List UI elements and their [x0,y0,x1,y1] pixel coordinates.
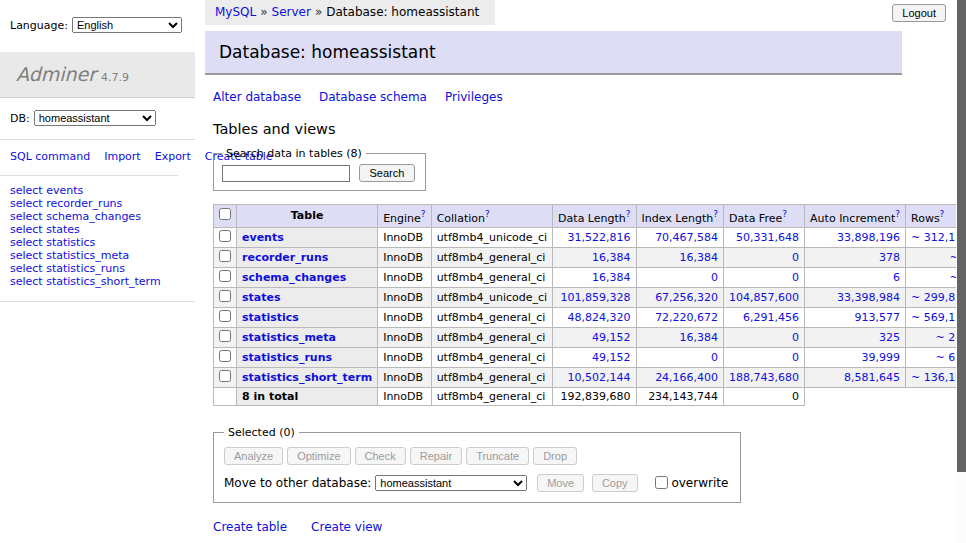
column-help-link[interactable]: ? [895,209,900,219]
data-length-link[interactable]: 48,824,320 [568,311,631,324]
index-length-link[interactable]: 0 [711,271,718,284]
select-all-cell [214,205,237,228]
index-length-link[interactable]: 72,220,672 [655,311,718,324]
row-checkbox[interactable] [219,350,231,362]
data-free-link[interactable]: 0 [792,331,799,344]
row-checkbox[interactable] [219,250,231,262]
data-length-link[interactable]: 10,502,144 [568,371,631,384]
row-checkbox[interactable] [219,270,231,282]
sidebar-op-link[interactable]: SQL command [10,150,90,163]
selected-action-button[interactable]: Repair [410,447,462,465]
select-all-checkbox[interactable] [219,208,231,220]
data-length-link[interactable]: 31,522,816 [568,231,631,244]
table-name-link[interactable]: statistics [242,311,299,324]
row-checkbox[interactable] [219,310,231,322]
auto-increment-link[interactable]: 39,999 [862,351,901,364]
selected-legend: Selected (0) [224,426,299,439]
db-action-link[interactable]: Privileges [445,90,503,104]
table-name-link[interactable]: schema_changes [242,271,346,284]
adminer-home-link[interactable]: Adminer [16,63,96,85]
auto-increment-link[interactable]: 33,898,196 [837,231,900,244]
data-length-link[interactable]: 49,152 [592,331,631,344]
auto-increment-link[interactable]: 913,577 [855,311,901,324]
move-database-select[interactable]: homeassistant [375,475,527,491]
data-length-link[interactable]: 101,859,328 [561,291,631,304]
total-data-length: 192,839,680 [553,387,636,405]
table-select-link[interactable]: select schema_changes [10,211,185,224]
column-help-link[interactable]: ? [782,209,787,219]
auto-increment-link[interactable]: 325 [879,331,900,344]
table-select-link[interactable]: select events [10,185,185,198]
search-input[interactable] [222,165,350,182]
copy-button[interactable]: Copy [592,474,638,492]
page-title: Database: homeassistant [205,31,902,75]
data-free-link[interactable]: 0 [792,271,799,284]
column-help-link[interactable]: ? [626,209,631,219]
language-select[interactable]: English [72,17,182,33]
data-free-link[interactable]: 0 [792,251,799,264]
auto-increment-link[interactable]: 378 [879,251,900,264]
selected-action-button[interactable]: Check [355,447,406,465]
page: Language:English Adminer4.7.9 DB:homeass… [0,0,966,543]
row-checkbox[interactable] [219,290,231,302]
selected-action-button[interactable]: Truncate [466,447,529,465]
table-select-link[interactable]: select statistics_short_term [10,276,185,289]
breadcrumb-current: Database: homeassistant [326,5,479,19]
selected-fieldset: Selected (0) AnalyzeOptimizeCheckRepairT… [213,426,741,503]
data-length-link[interactable]: 16,384 [592,251,631,264]
scrollbar-track[interactable] [956,0,966,543]
data-length-link[interactable]: 16,384 [592,271,631,284]
db-action-link[interactable]: Database schema [319,90,427,104]
move-button[interactable]: Move [537,474,584,492]
create-link[interactable]: Create table [213,520,287,534]
table-name-link[interactable]: statistics_runs [242,351,332,364]
overwrite-checkbox[interactable] [655,476,668,489]
db-action-link[interactable]: Alter database [213,90,301,104]
selected-action-button[interactable]: Optimize [287,447,350,465]
scrollbar-thumb[interactable] [957,0,966,472]
move-row: Move to other database:homeassistant Mov… [224,474,728,492]
sidebar-op-link[interactable]: Export [155,150,191,163]
data-length-link[interactable]: 49,152 [592,351,631,364]
selected-action-button[interactable]: Analyze [224,447,283,465]
table-select-link[interactable]: select recorder_runs [10,198,185,211]
index-length-link[interactable]: 16,384 [680,331,719,344]
column-help-link[interactable]: ? [713,209,718,219]
table-name-link[interactable]: states [242,291,281,304]
breadcrumb-server-link[interactable]: Server [272,5,311,19]
index-length-link[interactable]: 16,384 [680,251,719,264]
column-help-link[interactable]: ? [421,209,426,219]
breadcrumb-mysql-link[interactable]: MySQL [215,5,256,19]
sidebar-op-link[interactable]: Import [104,150,141,163]
index-length-link[interactable]: 70,467,584 [655,231,718,244]
auto-increment-link[interactable]: 33,398,984 [837,291,900,304]
db-select[interactable]: homeassistant [34,110,156,126]
selected-action-button[interactable]: Drop [533,447,577,465]
row-checkbox[interactable] [219,330,231,342]
column-help-link[interactable]: ? [940,209,945,219]
table-row: statistics_meta InnoDB utf8mb4_general_c… [214,327,966,347]
row-checkbox[interactable] [219,230,231,242]
table-select-link[interactable]: select statistics_runs [10,263,185,276]
auto-increment-link[interactable]: 6 [893,271,900,284]
data-free-link[interactable]: 188,743,680 [729,371,799,384]
index-length-link[interactable]: 0 [711,351,718,364]
table-name-link[interactable]: statistics_short_term [242,371,372,384]
data-free-link[interactable]: 50,331,648 [736,231,799,244]
index-length-link[interactable]: 24,166,400 [655,371,718,384]
table-name-link[interactable]: recorder_runs [242,251,328,264]
search-button[interactable]: Search [359,164,416,182]
data-free-link[interactable]: 104,857,600 [729,291,799,304]
table-select-link[interactable]: select states [10,224,185,237]
table-name-link[interactable]: statistics_meta [242,331,336,344]
index-length-link[interactable]: 67,256,320 [655,291,718,304]
data-free-link[interactable]: 6,291,456 [743,311,799,324]
row-checkbox[interactable] [219,370,231,382]
table-select-link[interactable]: select statistics [10,237,185,250]
auto-increment-link[interactable]: 8,581,645 [844,371,900,384]
column-help-link[interactable]: ? [485,209,490,219]
table-name-link[interactable]: events [242,231,284,244]
create-link[interactable]: Create view [311,520,382,534]
data-free-link[interactable]: 0 [792,351,799,364]
table-select-link[interactable]: select statistics_meta [10,250,185,263]
